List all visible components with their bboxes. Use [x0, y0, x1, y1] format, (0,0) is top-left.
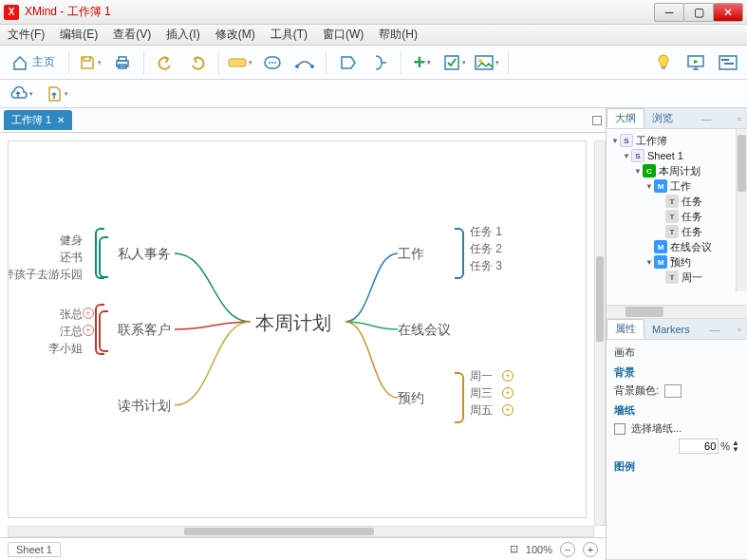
opacity-stepper[interactable]: ▲▼ [732, 439, 739, 453]
sub-topic[interactable]: 周一 [470, 368, 493, 384]
tree-row[interactable]: T任务 [608, 224, 745, 239]
menu-item[interactable]: 窗口(W) [319, 26, 367, 44]
brace-icon [455, 372, 464, 423]
document-tab[interactable]: 工作簿 1 ✕ [4, 110, 72, 130]
redo-button[interactable] [184, 49, 211, 76]
tree-row[interactable]: ▼C本周计划 [608, 163, 745, 178]
tree-twisty-icon[interactable]: ▼ [633, 167, 643, 176]
brace-icon [455, 228, 464, 279]
sub-topic[interactable]: 李小姐 [48, 341, 83, 357]
sub-topic[interactable]: 周五 [470, 402, 493, 419]
expand-icon[interactable]: + [502, 387, 514, 399]
idea-button[interactable] [650, 49, 677, 76]
sub-topic[interactable]: 张总 [60, 307, 83, 323]
insert-button[interactable]: +▾ [409, 49, 436, 76]
close-button[interactable]: ✕ [713, 3, 743, 22]
main-topic[interactable]: 私人事务 [118, 246, 171, 263]
expand-icon[interactable]: + [502, 370, 514, 382]
note-button[interactable] [259, 49, 286, 76]
tree-node-label: Sheet 1 [647, 150, 683, 161]
main-topic[interactable]: 在线会议 [398, 322, 451, 339]
vertical-scrollbar[interactable] [594, 140, 606, 526]
task-button[interactable]: ▾ [441, 49, 468, 76]
main-topic[interactable]: 读书计划 [118, 398, 171, 415]
menu-item[interactable]: 工具(T) [267, 26, 311, 44]
properties-tab[interactable]: 属性 [607, 319, 644, 339]
tree-row[interactable]: T任务 [608, 194, 745, 209]
outline-tree[interactable]: ▼S工作簿▼SSheet 1▼C本周计划▼M工作T任务T任务T任务M在线会议▼M… [607, 129, 747, 305]
sub-topic[interactable]: 还书 [60, 250, 83, 266]
main-topic[interactable]: 预约 [398, 390, 424, 407]
sub-topic[interactable]: 带孩子去游乐园 [8, 267, 83, 283]
zoom-out-button[interactable]: − [560, 542, 575, 557]
panel-collapse-icon[interactable]: — [696, 113, 718, 124]
menu-item[interactable]: 文件(F) [4, 26, 48, 44]
boundary-button[interactable] [334, 49, 361, 76]
browse-tab[interactable]: 浏览 [644, 109, 681, 127]
menu-item[interactable]: 帮助(H) [375, 26, 421, 44]
panel-restore-icon[interactable]: ▫ [732, 113, 747, 124]
tree-twisty-icon[interactable]: ▼ [644, 258, 654, 267]
tree-row[interactable]: T周一 [608, 270, 745, 285]
image-button[interactable]: ▾ [474, 49, 500, 76]
save-button[interactable]: ▾ [77, 49, 103, 76]
undo-button[interactable] [152, 49, 178, 76]
print-button[interactable] [109, 49, 136, 76]
panel-restore-icon[interactable]: ▫ [732, 324, 747, 335]
tab-close-icon[interactable]: ✕ [57, 115, 65, 125]
menu-item[interactable]: 编辑(E) [56, 26, 102, 44]
tree-row[interactable]: ▼S工作簿 [608, 133, 745, 148]
opacity-input[interactable] [679, 439, 719, 454]
mindmap-canvas[interactable]: 本周计划私人事务联系客户读书计划健身还书带孩子去游乐园+张总+汪总李小姐工作任务… [8, 140, 587, 518]
relation-button[interactable] [291, 49, 318, 76]
expand-icon[interactable]: + [502, 404, 514, 416]
sub-topic[interactable]: 汪总 [60, 324, 83, 340]
tree-row[interactable]: M在线会议 [608, 239, 745, 254]
sub-topic[interactable]: 任务 3 [470, 258, 502, 274]
menu-item[interactable]: 插入(I) [162, 26, 203, 44]
wallpaper-select-label[interactable]: 选择墙纸... [631, 421, 682, 436]
svg-point-8 [295, 65, 299, 68]
side-panel: 大纲 浏览 — ▫ ▼S工作簿▼SSheet 1▼C本周计划▼M工作T任务T任务… [607, 108, 747, 560]
markers-tab[interactable]: Markers [644, 322, 698, 337]
upload-button[interactable]: ▾ [8, 81, 34, 107]
tab-maximize-icon[interactable] [592, 116, 602, 125]
panel-collapse-icon[interactable]: — [703, 324, 725, 335]
maximize-button[interactable]: ▢ [683, 3, 714, 22]
zoom-value: 100% [526, 544, 552, 555]
summary-button[interactable] [366, 49, 393, 76]
expand-icon[interactable]: + [83, 325, 94, 336]
wallpaper-checkbox[interactable] [614, 423, 626, 435]
minimize-button[interactable]: ─ [654, 3, 684, 22]
sub-topic[interactable]: 周三 [470, 385, 493, 401]
tree-twisty-icon[interactable]: ▼ [622, 152, 631, 160]
horizontal-scrollbar[interactable] [8, 526, 594, 537]
expand-icon[interactable]: + [83, 308, 94, 319]
outline-tab[interactable]: 大纲 [607, 108, 644, 128]
sub-topic[interactable]: 健身 [60, 233, 83, 249]
zoom-in-button[interactable]: + [583, 542, 598, 557]
sheet-tab[interactable]: Sheet 1 [8, 542, 61, 557]
menu-item[interactable]: 修改(M) [212, 26, 259, 44]
sub-topic[interactable]: 任务 1 [470, 224, 502, 240]
tree-twisty-icon[interactable]: ▼ [610, 137, 620, 145]
zoom-fit-icon[interactable]: ⊡ [510, 543, 518, 555]
tree-row[interactable]: T任务 [608, 209, 745, 224]
home-button[interactable]: 主页 [6, 49, 61, 76]
tree-row[interactable]: ▼SSheet 1 [608, 148, 745, 163]
main-topic[interactable]: 工作 [398, 246, 424, 263]
main-topic[interactable]: 联系客户 [118, 322, 171, 339]
presentation-button[interactable] [682, 49, 709, 76]
tree-horizontal-scrollbar[interactable] [607, 305, 747, 318]
tree-row[interactable]: ▼M预约 [608, 254, 745, 270]
topic-button[interactable]: ▾ [227, 49, 253, 76]
gantt-button[interactable] [715, 49, 741, 76]
bg-color-swatch[interactable] [664, 384, 682, 398]
tree-vertical-scrollbar[interactable] [736, 129, 747, 291]
tree-twisty-icon[interactable]: ▼ [644, 182, 654, 191]
tree-row[interactable]: ▼M工作 [608, 178, 745, 194]
sub-topic[interactable]: 任务 2 [470, 241, 502, 257]
central-topic[interactable]: 本周计划 [255, 310, 331, 336]
export-button[interactable]: ▾ [44, 81, 70, 107]
menu-item[interactable]: 查看(V) [109, 26, 155, 44]
